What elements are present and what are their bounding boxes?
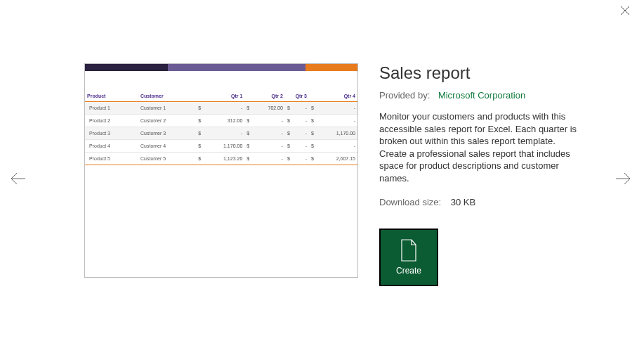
table-row: Product 3Customer 3$-$-$-$1,170.00: [85, 127, 357, 140]
provided-by-row: Provided by: Microsoft Corporation: [379, 90, 602, 101]
previous-template-button[interactable]: [10, 170, 29, 190]
provided-label: Provided by:: [379, 90, 430, 101]
col-q2: Qtr 2: [244, 91, 285, 102]
document-icon: [400, 239, 418, 262]
download-size-row: Download size: 30 KB: [379, 197, 602, 207]
close-button[interactable]: [620, 6, 634, 20]
template-preview: Product Customer Qtr 1 Qtr 2 Qtr 3 Qtr 4…: [84, 63, 358, 278]
table-row: Product 4Customer 4$1,170.00$-$-$-: [85, 140, 357, 153]
col-q4: Qtr 4: [309, 91, 357, 102]
template-details: Sales report Provided by: Microsoft Corp…: [379, 63, 602, 286]
download-size-value: 30 KB: [451, 197, 475, 207]
template-detail-content: Product Customer Qtr 1 Qtr 2 Qtr 3 Qtr 4…: [84, 63, 602, 286]
table-row: Product 5Customer 5$1,123.20$-$-$2,607.1…: [85, 153, 357, 165]
download-label: Download size:: [379, 197, 441, 207]
arrow-right-icon: [615, 170, 631, 187]
col-q3: Qtr 3: [285, 91, 309, 102]
template-title: Sales report: [379, 63, 602, 83]
provider-link[interactable]: Microsoft Corporation: [438, 90, 525, 101]
preview-header-stripe: [85, 64, 357, 71]
create-label: Create: [396, 266, 421, 276]
table-row: Product 2Customer 2$312.00$-$-$-: [85, 115, 357, 127]
table-row: Product 1Customer 1$-$702.00$-$-: [85, 102, 357, 115]
template-description: Monitor your customers and products with…: [379, 110, 583, 184]
col-q1: Qtr 1: [196, 91, 244, 102]
arrow-left-icon: [10, 170, 27, 187]
col-customer: Customer: [138, 91, 196, 102]
next-template-button[interactable]: [615, 170, 634, 190]
preview-table: Product Customer Qtr 1 Qtr 2 Qtr 3 Qtr 4…: [85, 91, 357, 165]
close-icon: [620, 6, 630, 15]
create-button[interactable]: Create: [379, 229, 438, 286]
col-product: Product: [85, 91, 138, 102]
